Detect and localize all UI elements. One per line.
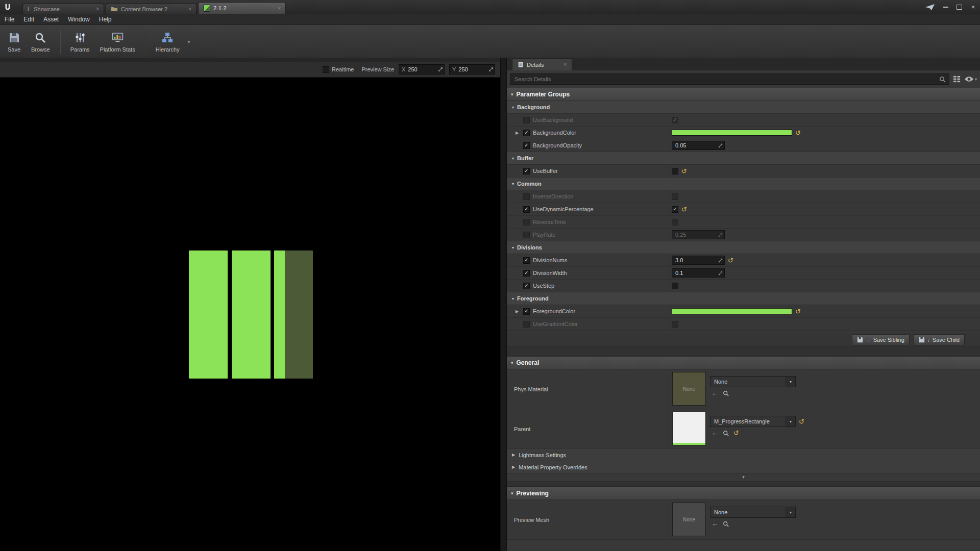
phys-material-thumbnail[interactable]: None	[672, 372, 706, 406]
hierarchy-dropdown-icon[interactable]: ▾	[186, 39, 192, 44]
search-input[interactable]	[510, 76, 939, 82]
tab-material-instance[interactable]: 2-1-2 ×	[198, 2, 286, 14]
params-button[interactable]: Params	[65, 29, 95, 55]
spin-value[interactable]: 0.1	[672, 270, 717, 276]
override-checkbox[interactable]: ✓	[523, 130, 530, 136]
lightmass-settings-row[interactable]: ▶ Lightmass Settings	[507, 449, 980, 461]
override-checkbox[interactable]: ✓	[523, 308, 530, 315]
save-button[interactable]: Save	[2, 29, 26, 55]
reset-to-default-icon[interactable]: ↺	[795, 130, 801, 136]
override-checkbox[interactable]: ✓	[523, 142, 530, 149]
spin-grip-icon[interactable]	[717, 269, 724, 277]
expander-icon[interactable]: ▶	[514, 309, 520, 314]
category-buffer[interactable]: ▾ Buffer	[507, 152, 980, 165]
preview-size-y-spinbox[interactable]: Y 250	[449, 64, 495, 74]
browse-button[interactable]: Browse	[26, 29, 55, 55]
value-spinbox[interactable]: 0.1	[672, 268, 725, 278]
tab-close-icon[interactable]: ×	[184, 6, 191, 12]
spin-value[interactable]: 0.05	[672, 142, 717, 148]
realtime-toggle[interactable]: Realtime	[323, 66, 354, 73]
menubar: File Edit Asset Window Help	[0, 14, 980, 25]
section-previewing[interactable]: ▾ Previewing	[507, 487, 980, 500]
spin-grip-icon[interactable]	[717, 141, 724, 149]
browse-to-asset-icon[interactable]	[723, 390, 729, 396]
override-checkbox[interactable]	[523, 219, 530, 226]
menu-edit[interactable]: Edit	[19, 14, 39, 24]
tab-content-browser[interactable]: Content Browser 2 ×	[106, 4, 197, 14]
color-swatch[interactable]	[672, 130, 792, 136]
save-child-button[interactable]: ↓ Save Child	[914, 334, 965, 345]
show-advanced-button[interactable]: ▼	[507, 473, 980, 482]
preview-mesh-thumbnail[interactable]: None	[672, 503, 706, 536]
category-common[interactable]: ▾ Common	[507, 178, 980, 190]
expand-icon: ▾	[512, 245, 514, 250]
menu-window[interactable]: Window	[63, 14, 94, 24]
override-checkbox[interactable]	[523, 232, 530, 238]
minimize-button[interactable]	[939, 0, 952, 14]
reset-to-default-icon[interactable]: ↺	[799, 418, 804, 425]
preview-size-x-spinbox[interactable]: X 250	[399, 64, 445, 74]
override-checkbox[interactable]: ✓	[523, 283, 530, 289]
reset-to-default-icon[interactable]: ↺	[733, 430, 739, 436]
tab-close-icon[interactable]: ×	[564, 62, 567, 67]
x-value[interactable]: 250	[408, 66, 436, 72]
override-checkbox[interactable]	[523, 321, 530, 328]
use-selected-asset-icon[interactable]: ←	[712, 520, 718, 527]
section-parameter-groups[interactable]: ▾ Parameter Groups	[507, 88, 980, 101]
override-checkbox[interactable]: ✓	[523, 257, 530, 264]
platform-stats-button[interactable]: Platform Stats	[95, 29, 140, 55]
use-selected-asset-icon[interactable]: ←	[712, 430, 718, 436]
restore-button[interactable]	[952, 0, 966, 14]
value-checkbox[interactable]: ✓	[672, 206, 678, 213]
feedback-icon[interactable]	[921, 4, 939, 11]
expander-icon[interactable]: ▶	[514, 131, 520, 135]
realtime-checkbox[interactable]	[323, 66, 329, 73]
save-sibling-button[interactable]: → Save Sibling	[852, 334, 910, 345]
panel-splitter[interactable]	[500, 58, 507, 551]
reset-to-default-icon[interactable]: ↺	[681, 206, 687, 213]
viewport-canvas[interactable]	[0, 78, 500, 551]
tab-details[interactable]: Details ×	[512, 58, 572, 70]
override-checkbox[interactable]: ✓	[523, 168, 530, 174]
value-spinbox[interactable]: 3.0	[672, 256, 725, 265]
tab-close-icon[interactable]: ×	[274, 6, 281, 11]
value-spinbox[interactable]: 0.05	[672, 141, 725, 150]
browse-to-asset-icon[interactable]	[723, 430, 729, 436]
category-background[interactable]: ▾ Background	[507, 101, 980, 114]
reset-to-default-icon[interactable]: ↺	[795, 308, 801, 315]
use-selected-asset-icon[interactable]: ←	[712, 390, 718, 396]
titlebar: L_Showcase × Content Browser 2 × 2-1-2 ×	[0, 0, 980, 14]
menu-asset[interactable]: Asset	[39, 14, 63, 24]
parent-material-thumbnail[interactable]	[672, 412, 706, 445]
reset-to-default-icon[interactable]: ↺	[681, 168, 687, 174]
category-divisions[interactable]: ▾ Divisions	[507, 241, 980, 254]
override-checkbox[interactable]	[523, 117, 530, 123]
spin-value[interactable]: 3.0	[672, 257, 717, 263]
property-matrix-icon[interactable]	[953, 76, 961, 83]
browse-to-asset-icon[interactable]	[723, 521, 729, 527]
spin-grip-icon[interactable]	[717, 256, 724, 264]
phys-material-dropdown[interactable]: None ▾	[710, 376, 796, 387]
spin-grip-icon[interactable]	[436, 65, 444, 74]
parent-material-dropdown[interactable]: M_ProgressRectangle ▾	[710, 416, 796, 427]
reset-to-default-icon[interactable]: ↺	[728, 257, 733, 264]
value-checkbox[interactable]	[672, 168, 678, 174]
preview-mesh-dropdown[interactable]: None ▾	[710, 507, 796, 518]
y-value[interactable]: 250	[458, 66, 487, 72]
section-general[interactable]: ▾ General	[507, 356, 980, 369]
menu-help[interactable]: Help	[94, 14, 116, 24]
override-checkbox[interactable]	[523, 193, 530, 200]
view-options-button[interactable]: ▾	[964, 76, 977, 82]
color-swatch[interactable]	[672, 308, 792, 314]
override-checkbox[interactable]: ✓	[523, 206, 530, 213]
override-checkbox[interactable]: ✓	[523, 270, 530, 277]
tab-close-icon[interactable]: ×	[92, 6, 99, 12]
category-foreground[interactable]: ▾ Foreground	[507, 292, 980, 305]
tab-l-showcase[interactable]: L_Showcase ×	[22, 4, 104, 14]
menu-file[interactable]: File	[0, 14, 19, 24]
material-property-overrides-row[interactable]: ▶ Material Property Overrides	[507, 461, 980, 473]
close-button[interactable]: ×	[966, 0, 980, 14]
value-checkbox[interactable]	[672, 283, 678, 289]
hierarchy-button[interactable]: Hierarchy	[151, 29, 185, 55]
spin-grip-icon[interactable]	[487, 65, 495, 74]
